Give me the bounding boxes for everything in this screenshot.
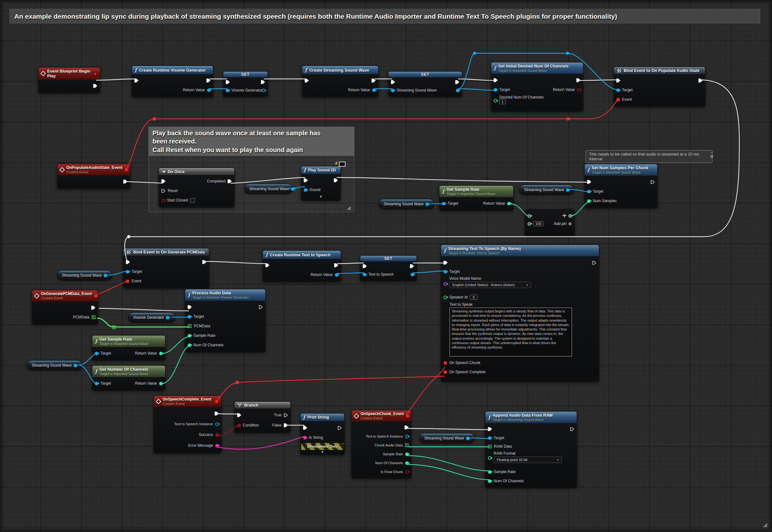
- exec-in-pin[interactable]: [265, 263, 269, 267]
- exec-out-pin[interactable]: [405, 426, 409, 430]
- exec-out-pin[interactable]: [576, 78, 581, 82]
- node-streaming-text-to-speech-by-name[interactable]: ƒStreaming Text To Speech (By Name)Targe…: [441, 245, 599, 382]
- comment-resize-grip[interactable]: [346, 205, 351, 210]
- num-samples-pin[interactable]: [587, 199, 591, 203]
- tts-instance-pin[interactable]: [215, 422, 219, 426]
- node-append-audio-data-from-raw[interactable]: ƒAppend Audio Data From RAWTarget is Str…: [485, 411, 577, 488]
- var-in-pin[interactable]: [226, 89, 229, 92]
- return-value-pin[interactable]: [507, 202, 511, 205]
- node-get-number-of-channels[interactable]: ƒGet Number Of ChannelsTarget is Importe…: [92, 365, 165, 391]
- start-closed-pin[interactable]: [161, 199, 165, 202]
- node-event-begin-play[interactable]: Event Blueprint Begin Play: [38, 67, 100, 93]
- exec-in-pin[interactable]: [587, 180, 591, 184]
- variable-out-pin[interactable]: [566, 188, 569, 192]
- divide-input-b-value[interactable]: 100: [533, 221, 544, 226]
- var-out-pin[interactable]: [456, 89, 460, 92]
- node-on-speech-complete-event[interactable]: OnSpeechComplete_EventCustom Event Text …: [153, 395, 222, 453]
- add-pin-button[interactable]: Add pin⊕: [554, 221, 572, 226]
- variable-out-pin[interactable]: [291, 187, 294, 191]
- desired-num-channels-pin[interactable]: [494, 99, 497, 102]
- in-string-pin[interactable]: [303, 436, 306, 439]
- variable-out-pin[interactable]: [74, 364, 77, 367]
- delegate-out-pin[interactable]: [94, 294, 98, 298]
- exec-out-pin[interactable]: [123, 180, 127, 184]
- target-pin[interactable]: [95, 382, 98, 385]
- delegate-out-pin[interactable]: [215, 400, 218, 403]
- exec-in-pin[interactable]: [188, 305, 192, 309]
- node-set-text-to-speech[interactable]: SET Text to Speech: [360, 255, 417, 281]
- exec-in-pin[interactable]: [391, 80, 395, 84]
- divide-input-a-pin[interactable]: [528, 214, 531, 218]
- node-set-num-samples-per-chunk[interactable]: ƒSet Num Samples Per ChunkTarget is Impo…: [584, 164, 658, 208]
- num-channels-pin[interactable]: [405, 461, 409, 465]
- variable-out-pin[interactable]: [466, 437, 470, 440]
- target-pin[interactable]: [442, 202, 446, 205]
- node-on-populate-audio-state-event[interactable]: OnPopulateAudioState_EventCustom Event: [57, 164, 130, 189]
- variable-out-pin[interactable]: [426, 202, 429, 206]
- exec-out-pin[interactable]: [202, 260, 206, 264]
- enabled-indicator[interactable]: [93, 72, 97, 75]
- target-pin[interactable]: [587, 190, 591, 193]
- return-value-pin[interactable]: [207, 88, 210, 92]
- target-pin[interactable]: [488, 436, 492, 440]
- completed-out-pin[interactable]: [228, 179, 232, 183]
- node-on-speech-chunk-event[interactable]: OnSpeechChunk_EventCustom Event Text to …: [351, 410, 412, 479]
- exec-out-pin[interactable]: [334, 263, 338, 267]
- node-create-streaming-sound-wave[interactable]: ƒCreate Streaming Sound Wave Return Valu…: [302, 66, 378, 97]
- speaker-id-pin[interactable]: [444, 296, 447, 299]
- exec-out-pin[interactable]: [215, 412, 219, 416]
- pcmdata-array-pin[interactable]: [188, 324, 191, 328]
- node-set-streaming-sound-wave[interactable]: SET Streaming Sound Wave: [388, 71, 462, 97]
- exec-in-pin[interactable]: [494, 78, 498, 82]
- success-pin[interactable]: [215, 433, 219, 437]
- target-pin[interactable]: [444, 270, 447, 273]
- node-create-runtime-viseme-generator[interactable]: ƒCreate Runtime Viseme Generator Return …: [132, 66, 213, 97]
- exec-out-pin[interactable]: [338, 426, 342, 430]
- exec-in-pin[interactable]: [363, 264, 367, 268]
- exec-in-pin[interactable]: [616, 79, 621, 83]
- target-pin[interactable]: [126, 270, 129, 273]
- num-channels-pin[interactable]: [188, 343, 191, 347]
- exec-out-pin[interactable]: [206, 79, 210, 83]
- true-exec-pin[interactable]: [284, 413, 288, 417]
- sound-pin[interactable]: [304, 188, 307, 192]
- variable-out-pin[interactable]: [166, 316, 169, 319]
- var-out-pin[interactable]: [262, 89, 265, 92]
- on-speech-complete-delegate-pin[interactable]: [444, 370, 447, 374]
- bubble-pin-icon[interactable]: ⛌▩: [709, 151, 715, 159]
- variable-get-streaming-sound-wave[interactable]: Streaming Sound Wave: [244, 184, 293, 194]
- advanced-pins-chevron[interactable]: ▾: [300, 450, 344, 454]
- node-set-initial-desired-num-of-channels[interactable]: ƒSet Initial Desired Num Of ChannelsTarg…: [491, 62, 583, 112]
- node-print-string[interactable]: ƒPrint String In String Development Only…: [300, 413, 344, 455]
- exec-in-pin[interactable]: [237, 413, 241, 417]
- text-to-speak-input[interactable]: Streaming synthesis output begins with a…: [450, 308, 572, 356]
- node-get-sample-rate-low[interactable]: ƒGet Sample RateTarget is Imported Sound…: [92, 335, 165, 361]
- exec-out-pin[interactable]: [455, 80, 460, 84]
- tts-instance-pin[interactable]: [405, 435, 409, 438]
- target-pin[interactable]: [95, 352, 98, 355]
- delegate-out-pin[interactable]: [125, 168, 128, 171]
- exec-in-pin[interactable]: [305, 79, 309, 83]
- desired-num-channels-value[interactable]: 1: [499, 99, 506, 104]
- exec-in-pin[interactable]: [488, 427, 492, 431]
- node-do-once[interactable]: ➔Do Once Completed Reset Start Closed: [158, 168, 235, 208]
- exec-out-pin[interactable]: [91, 306, 95, 310]
- return-value-pin[interactable]: [577, 88, 581, 92]
- exec-in-pin[interactable]: [444, 261, 448, 265]
- reset-exec-pin[interactable]: [161, 189, 165, 193]
- event-delegate-pin[interactable]: [616, 98, 620, 101]
- node-play-sound-2d[interactable]: ƒPlay Sound 2D Sound ▾: [301, 166, 341, 201]
- exec-out-pin[interactable]: [259, 305, 263, 309]
- exec-out-pin[interactable]: [592, 261, 596, 265]
- node-set-viseme-generator[interactable]: SET Viseme Generator: [223, 71, 268, 97]
- variable-get-streaming-sound-wave[interactable]: Streaming Sound Wave: [57, 270, 112, 280]
- exec-out-pin[interactable]: [93, 84, 97, 88]
- exec-in-pin[interactable]: [304, 178, 308, 183]
- exec-out-pin[interactable]: [698, 79, 703, 83]
- exec-in-pin[interactable]: [126, 260, 130, 264]
- node-create-runtime-text-to-speech[interactable]: ƒCreate Runtime Text to Speech Return Va…: [262, 250, 341, 282]
- raw-format-pin[interactable]: [488, 456, 492, 460]
- condition-pin[interactable]: [237, 424, 241, 427]
- node-integer-divide[interactable]: ÷ 100Add pin⊕: [525, 209, 575, 236]
- num-channels-pin[interactable]: [488, 479, 492, 483]
